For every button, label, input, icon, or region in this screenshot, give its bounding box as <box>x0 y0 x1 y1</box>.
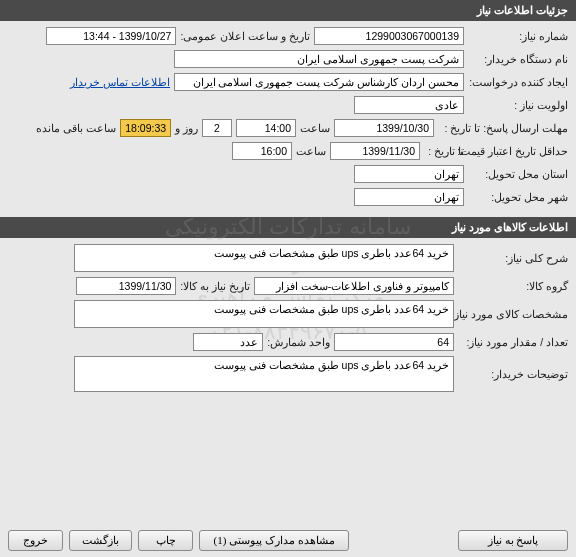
field-qty: 64 <box>334 333 454 351</box>
field-announce: 1399/10/27 - 13:44 <box>46 27 176 45</box>
field-goods-date: 1399/11/30 <box>76 277 176 295</box>
respond-button[interactable]: پاسخ به نیاز <box>458 530 568 551</box>
label-day-and: روز و <box>175 122 198 134</box>
field-days-left: 2 <box>202 119 232 137</box>
label-need-number: شماره نیاز: <box>468 30 568 42</box>
section-goods-info: اطلاعات کالاهای مورد نیاز <box>0 217 576 238</box>
field-creator: محسن اردان کارشناس شرکت پست جمهوری اسلام… <box>174 73 464 91</box>
field-goods-group: کامپیوتر و فناوری اطلاعات-سخت افزار <box>254 277 454 295</box>
field-deadline-date: 1399/10/30 <box>334 119 434 137</box>
label-deadline: مهلت ارسال پاسخ: تا تاریخ : <box>438 122 568 134</box>
button-bar: خروج بازگشت چاپ مشاهده مدارک پیوستی (1) … <box>8 530 568 551</box>
label-city: شهر محل تحویل: <box>468 191 568 203</box>
label-goods-spec: مشخصات کالای مورد نیاز: <box>458 308 568 320</box>
label-goods-group: گروه کالا: <box>458 280 568 292</box>
field-time-left: 18:09:33 <box>120 119 171 137</box>
label-time1: ساعت <box>300 122 330 134</box>
field-priority: عادی <box>354 96 464 114</box>
back-button[interactable]: بازگشت <box>69 530 132 551</box>
label-qty: تعداد / مقدار مورد نیاز: <box>458 336 568 348</box>
field-valid-time: 16:00 <box>232 142 292 160</box>
section-need-info: جزئیات اطلاعات نیاز <box>0 0 576 21</box>
field-general-desc: خرید 64عدد باطری ups طبق مشخصات فنی پیوس… <box>74 244 454 272</box>
print-button[interactable]: چاپ <box>138 530 193 551</box>
field-valid-date: 1399/11/30 <box>330 142 420 160</box>
field-buyer-org: شرکت پست جمهوری اسلامی ایران <box>174 50 464 68</box>
label-announce: تاریخ و ساعت اعلان عمومی: <box>180 30 310 42</box>
link-contact-info[interactable]: اطلاعات تماس خریدار <box>70 76 170 88</box>
label-time2: ساعت <box>296 145 326 157</box>
label-general-desc: شرح کلی نیاز: <box>458 252 568 264</box>
field-buyer-notes: خرید 64عدد باطری ups طبق مشخصات فنی پیوس… <box>74 356 454 392</box>
label-remaining: ساعت باقی مانده <box>36 122 116 134</box>
field-city: تهران <box>354 188 464 206</box>
label-to-date: تا تاریخ : <box>424 145 464 157</box>
label-creator: ایجاد کننده درخواست: <box>468 76 568 88</box>
label-state: استان محل تحویل: <box>468 168 568 180</box>
attachments-button[interactable]: مشاهده مدارک پیوستی (1) <box>199 530 349 551</box>
field-goods-spec: خرید 64عدد باطری ups طبق مشخصات فنی پیوس… <box>74 300 454 328</box>
field-state: تهران <box>354 165 464 183</box>
label-goods-date: تاریخ نیاز به کالا: <box>180 280 250 292</box>
field-deadline-time: 14:00 <box>236 119 296 137</box>
label-buyer-notes: توضیحات خریدار: <box>458 368 568 380</box>
label-priority: اولویت نیاز : <box>468 99 568 111</box>
field-need-number: 1299003067000139 <box>314 27 464 45</box>
label-min-valid: حداقل تاریخ اعتبار قیمت: <box>468 145 568 157</box>
label-buyer-org: نام دستگاه خریدار: <box>468 53 568 65</box>
field-unit: عدد <box>193 333 263 351</box>
exit-button[interactable]: خروج <box>8 530 63 551</box>
label-unit: واحد شمارش: <box>267 336 330 348</box>
